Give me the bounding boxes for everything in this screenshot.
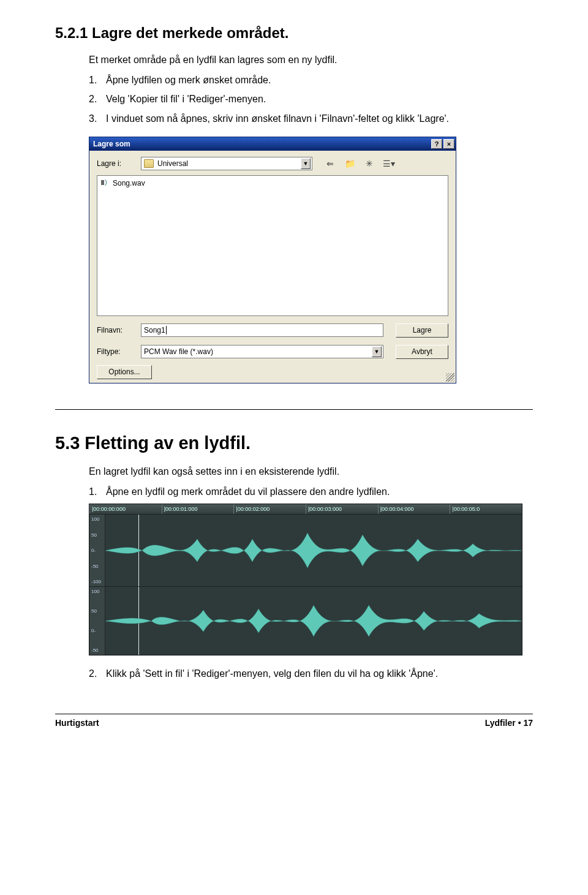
heading-5-2-1: 5.2.1 Lagre det merkede området. <box>55 25 533 42</box>
filename-input[interactable]: Song1 <box>141 323 383 337</box>
filename-label: Filnavn: <box>97 326 141 334</box>
chevron-down-icon[interactable]: ▼ <box>301 158 311 169</box>
waveform-svg <box>105 587 522 655</box>
steps-521: 1.Åpne lydfilen og merk ønsket område. 2… <box>89 73 533 126</box>
intro-53: En lagret lydfil kan også settes inn i e… <box>89 464 533 478</box>
back-icon[interactable]: ⇐ <box>323 157 337 170</box>
axis-label: 100 <box>91 589 103 594</box>
new-folder-icon[interactable]: ✳ <box>363 157 376 170</box>
steps-53-part1: 1.Åpne en lydfil og merk området du vil … <box>89 485 533 499</box>
ruler-tick: |00:00:04:000 <box>378 504 450 514</box>
options-row: Options... <box>97 365 448 379</box>
waveform-axis: 100 50 0- -50 -100 <box>89 515 105 586</box>
step-text: Åpne en lydfil og merk området du vil pl… <box>106 486 390 497</box>
step-item: 2.Velg 'Kopier til fil' i 'Rediger'-meny… <box>89 92 533 106</box>
page-number: 17 <box>523 718 533 728</box>
options-button[interactable]: Options... <box>97 365 152 379</box>
lookin-label: Lagre i: <box>97 159 141 168</box>
page: 5.2.1 Lagre det merkede området. Et merk… <box>0 0 588 895</box>
waveform-channel-top: 100 50 0- -50 -100 <box>89 514 522 586</box>
filetype-combo[interactable]: PCM Wav file (*.wav) ▼ <box>141 345 383 358</box>
filename-value: Song1 <box>144 326 165 334</box>
step-text: Klikk på 'Sett in fil' i 'Rediger'-menye… <box>106 668 438 679</box>
step-item: 1.Åpne en lydfil og merk området du vil … <box>89 485 533 499</box>
footer-right: Lydfiler • 17 <box>485 718 533 728</box>
close-button[interactable]: × <box>443 139 454 149</box>
sound-file-icon <box>100 179 110 187</box>
footer-section-label: Lydfiler <box>485 718 516 728</box>
intro-521: Et merket område på en lydfil kan lagres… <box>89 53 533 67</box>
dialog-title: Lagre som <box>93 140 130 148</box>
ruler-tick: |00:00:01:000 <box>162 504 234 514</box>
filetype-value: PCM Wav file (*.wav) <box>144 347 372 356</box>
file-item-name: Song.wav <box>113 179 145 187</box>
chevron-down-icon[interactable]: ▼ <box>372 346 382 357</box>
axis-label: 50 <box>91 532 103 538</box>
waveform-channel-bottom: 100 50 0- -50 <box>89 586 522 655</box>
waveform-view: |00:00:00:000 |00:00:01:000 |00:00:02:00… <box>89 504 522 655</box>
filetype-label: Filtype: <box>97 347 141 356</box>
step-item: 2.Klikk på 'Sett in fil' i 'Rediger'-men… <box>89 667 533 681</box>
section-divider <box>55 409 533 410</box>
view-menu-icon[interactable]: ☰▾ <box>382 157 396 170</box>
filetype-row: Filtype: PCM Wav file (*.wav) ▼ Avbryt <box>97 345 448 359</box>
heading-5-3: 5.3 Fletting av en lydfil. <box>55 433 533 453</box>
ruler-tick: |00:00:05:0 <box>450 504 522 514</box>
step-text: Velg 'Kopier til fil' i 'Rediger'-menyen… <box>106 94 266 104</box>
footer-divider <box>55 714 533 714</box>
step-item: 3.I vinduet som nå åpnes, skriv inn ønsk… <box>89 111 533 126</box>
up-folder-icon[interactable]: 📁 <box>343 157 356 170</box>
ruler-tick: |00:00:02:000 <box>233 504 306 514</box>
axis-label: 0- <box>91 628 103 633</box>
axis-label: 50 <box>91 608 103 614</box>
filename-row: Filnavn: Song1 Lagre <box>97 323 448 338</box>
save-button[interactable]: Lagre <box>396 323 448 338</box>
dialog-titlebar: Lagre som ? × <box>89 137 456 151</box>
waveform-svg <box>105 515 522 586</box>
page-footer: Hurtigstart Lydfiler • 17 <box>55 718 533 728</box>
dialog-nav-icons: ⇐ 📁 ✳ ☰▾ <box>323 157 396 170</box>
step-text: Åpne lydfilen og merk ønsket område. <box>106 75 271 85</box>
footer-left: Hurtigstart <box>55 718 99 728</box>
help-button[interactable]: ? <box>431 139 442 149</box>
steps-53-part2: 2.Klikk på 'Sett in fil' i 'Rediger'-men… <box>89 667 533 681</box>
waveform-axis: 100 50 0- -50 <box>89 587 105 655</box>
text-caret <box>166 326 167 334</box>
dialog-body: Lagre i: Universal ▼ ⇐ 📁 ✳ ☰▾ <box>89 151 456 383</box>
bullet-icon: • <box>518 718 521 728</box>
folder-icon <box>144 159 154 168</box>
lookin-combo[interactable]: Universal ▼ <box>141 157 312 170</box>
file-item[interactable]: Song.wav <box>100 178 445 188</box>
waveform-figure: |00:00:00:000 |00:00:01:000 |00:00:02:00… <box>89 504 533 655</box>
step-text: I vinduet som nå åpnes, skriv inn ønsket… <box>106 113 449 124</box>
file-list[interactable]: Song.wav <box>97 175 448 316</box>
ruler-tick: |00:00:00:000 <box>89 504 162 514</box>
axis-label: 100 <box>91 516 103 522</box>
lookin-value: Universal <box>157 159 301 168</box>
resize-grip-icon[interactable] <box>446 373 454 382</box>
save-dialog-figure: Lagre som ? × Lagre i: Universal ▼ ⇐ 📁 <box>89 137 533 383</box>
axis-label: 0- <box>91 548 103 553</box>
axis-label: -50 <box>91 648 103 653</box>
lookin-row: Lagre i: Universal ▼ ⇐ 📁 ✳ ☰▾ <box>97 157 448 170</box>
save-as-dialog: Lagre som ? × Lagre i: Universal ▼ ⇐ 📁 <box>89 137 456 383</box>
axis-label: -100 <box>91 579 103 584</box>
axis-label: -50 <box>91 564 103 569</box>
cancel-button[interactable]: Avbryt <box>396 345 448 359</box>
step-item: 1.Åpne lydfilen og merk ønsket område. <box>89 73 533 87</box>
waveform-ruler: |00:00:00:000 |00:00:01:000 |00:00:02:00… <box>89 504 522 514</box>
ruler-tick: |00:00:03:000 <box>306 504 378 514</box>
